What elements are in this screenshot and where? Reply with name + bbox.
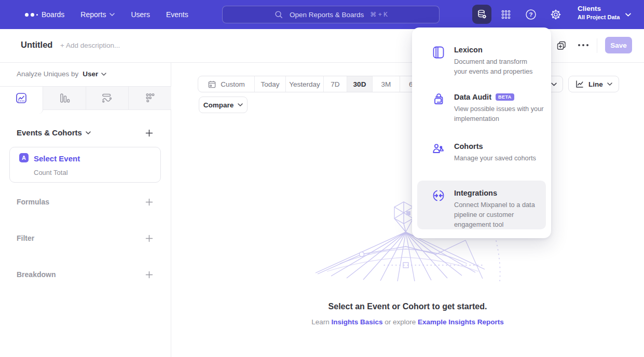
apps-grid-button[interactable] [499, 7, 513, 22]
integrations-sync-icon [432, 189, 445, 202]
select-event-label: Select Event [34, 154, 80, 163]
analyze-label: Analyze Uniques by [17, 70, 78, 78]
add-breakdown-button[interactable] [144, 270, 154, 279]
count-total-label[interactable]: Count Total [34, 169, 68, 176]
global-search[interactable]: Open Reports & Boards ⌘ + K [222, 6, 440, 23]
lexicon-book-icon [432, 46, 445, 59]
menu-item-data-audit[interactable]: Data AuditBETA View possible issues with… [412, 93, 551, 123]
data-audit-icon [432, 93, 445, 106]
compare-dropdown[interactable]: Compare [199, 97, 248, 113]
apps-grid-icon [500, 9, 512, 20]
tab-metrics-grid[interactable] [129, 87, 171, 109]
nav-events[interactable]: Events [166, 10, 188, 19]
divider [597, 38, 597, 53]
menu-item-integrations[interactable]: Integrations Connect Mixpanel to a datap… [412, 189, 551, 229]
line-style-icon [575, 79, 584, 89]
account-name: Clients [578, 5, 620, 12]
account-project: All Project Data [578, 14, 620, 20]
analyze-value: User [83, 70, 98, 78]
range-custom[interactable]: Custom [198, 76, 255, 92]
event-letter-badge: A [19, 153, 29, 162]
svg-text:?: ? [529, 11, 532, 18]
beta-badge: BETA [496, 93, 514, 101]
search-icon [274, 10, 283, 19]
plus-icon [145, 198, 153, 206]
settings-button[interactable] [549, 7, 563, 22]
add-description-field[interactable]: + Add description... [60, 42, 120, 49]
chevron-down-icon [86, 131, 91, 134]
plus-icon [145, 129, 153, 137]
settings-gear-icon [550, 8, 562, 21]
learn-prefix: Learn [311, 318, 330, 326]
date-range-control: Custom Today Yesterday 7D 30D 3M 6M [198, 76, 428, 92]
chart-style-dropdown[interactable]: Line [568, 76, 619, 92]
formulas-label: Formulas [17, 198, 49, 206]
chevron-down-icon [238, 103, 243, 106]
chevron-down-icon [551, 83, 557, 86]
filter-label: Filter [17, 234, 34, 242]
data-management-button[interactable] [472, 5, 491, 24]
empty-state-title: Select an Event or Cohort to get started… [171, 302, 644, 311]
calendar-icon [208, 80, 216, 89]
nav-reports[interactable]: Reports [80, 10, 115, 19]
empty-state-subtext: Learn Insights Basics or explore Example… [171, 318, 644, 326]
query-sidebar: Analyze Uniques by User [0, 63, 171, 357]
stacked-chart-icon [101, 92, 113, 104]
chevron-down-icon [607, 83, 612, 86]
account-switcher[interactable]: Clients All Project Data [578, 5, 620, 20]
tab-bar-chart[interactable] [43, 87, 86, 109]
analyze-by-selector[interactable]: Analyze Uniques by User [17, 70, 106, 78]
tab-line-chart[interactable] [0, 87, 43, 109]
search-placeholder: Open Reports & Boards [290, 11, 364, 19]
metrics-grid-icon [144, 92, 156, 104]
plus-icon [145, 271, 153, 279]
plus-icon [145, 235, 153, 242]
data-management-menu: Lexicon Document and transformyour event… [412, 28, 551, 238]
nav-users[interactable]: Users [131, 10, 150, 19]
more-options-button[interactable] [578, 44, 588, 46]
help-button[interactable]: ? [524, 7, 538, 22]
range-yesterday[interactable]: Yesterday [286, 76, 324, 92]
select-event-card[interactable]: A Select Event Count Total [9, 147, 161, 183]
menu-item-lexicon[interactable]: Lexicon Document and transformyour event… [412, 46, 551, 76]
duplicate-icon[interactable] [556, 40, 567, 51]
menu-item-cohorts[interactable]: Cohorts Manage your saved cohorts [412, 142, 551, 163]
add-event-button[interactable] [144, 128, 154, 138]
search-shortcut: ⌘ + K [370, 11, 388, 18]
insights-basics-link[interactable]: Insights Basics [331, 318, 382, 326]
events-cohorts-header[interactable]: Events & Cohorts [17, 128, 91, 137]
top-nav: Boards Reports Users Events Open Reports… [0, 0, 644, 29]
bar-chart-icon [58, 92, 71, 104]
chevron-down-icon[interactable] [625, 13, 631, 17]
report-title[interactable]: Untitled [21, 40, 52, 50]
chart-type-tabs [0, 86, 171, 110]
range-30d[interactable]: 30D [347, 76, 373, 92]
range-3m[interactable]: 3M [373, 76, 400, 92]
add-formula-button[interactable] [144, 197, 154, 207]
cohorts-people-icon [432, 142, 445, 156]
chevron-down-icon [101, 73, 106, 76]
range-today[interactable]: Today [255, 76, 286, 92]
example-reports-link[interactable]: Example Insights Reports [418, 318, 504, 326]
nav-boards[interactable]: Boards [42, 10, 64, 19]
data-management-icon [476, 9, 487, 20]
range-7d[interactable]: 7D [324, 76, 347, 92]
tab-stacked-chart[interactable] [86, 87, 129, 109]
save-button[interactable]: Save [605, 37, 632, 53]
add-filter-button[interactable] [144, 234, 154, 243]
middle-text: or explore [385, 318, 416, 326]
help-icon: ? [525, 8, 537, 21]
breakdown-label: Breakdown [17, 270, 56, 279]
line-chart-icon [15, 92, 28, 104]
chevron-down-icon [109, 13, 115, 16]
mixpanel-logo[interactable] [25, 13, 38, 17]
